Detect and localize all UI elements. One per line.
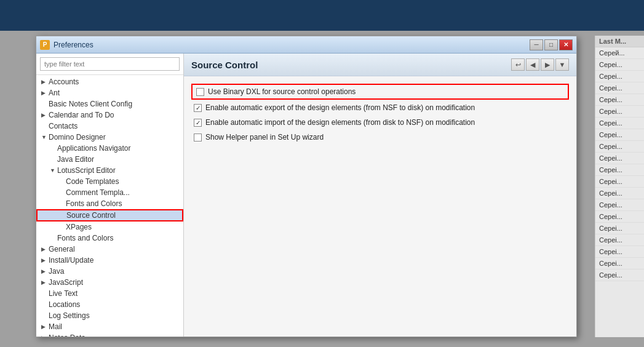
right-panel: Source Control ↩◀▶▼ Use Binary DXL for s… (184, 54, 576, 337)
tree-item-basic-notes[interactable]: Basic Notes Client Config (36, 98, 183, 110)
close-button[interactable]: ✕ (559, 39, 573, 50)
toolbar-icon-0[interactable]: ↩ (511, 58, 525, 71)
toolbar-icon-1[interactable]: ◀ (526, 58, 539, 71)
tree-item-applications-navigator[interactable]: Applications Navigator (36, 143, 183, 154)
tree-item-xpages[interactable]: XPages (36, 221, 183, 233)
minimize-button[interactable]: ─ (530, 39, 543, 50)
tree-item-label: Accounts (49, 78, 79, 86)
checkbox-show-helper[interactable] (194, 134, 202, 142)
title-controls: ─ □ ✕ (530, 39, 573, 50)
side-list-item: Серei... (595, 106, 644, 118)
tree-item-contacts[interactable]: Contacts (36, 121, 183, 132)
title-bar-left: P Preferences (40, 40, 93, 50)
tree-item-mail[interactable]: ▶Mail (36, 321, 183, 332)
side-list-header: Last M... (595, 36, 644, 47)
tree-item-label: Mail (49, 322, 62, 331)
tree-item-ant[interactable]: ▶Ant (36, 87, 183, 98)
tree-triangle: ▶ (41, 268, 47, 274)
tree-item-lotusscript-editor[interactable]: ▼LotusScript Editor (36, 165, 183, 176)
title-bar: P Preferences ─ □ ✕ (36, 36, 576, 54)
toolbar-icon-2[interactable]: ▶ (541, 58, 554, 71)
option-label-use-binary-dxl: Use Binary DXL for source control operat… (208, 87, 356, 96)
dialog-icon: P (40, 40, 50, 50)
tree-item-javascript[interactable]: ▶JavaScript (36, 277, 183, 288)
checkbox-use-binary-dxl[interactable] (196, 88, 204, 96)
filter-input[interactable] (40, 57, 180, 71)
tree-item-fonts-and-colors-sub[interactable]: Fonts and Colors (36, 198, 183, 209)
tree-item-calendar[interactable]: ▶Calendar and To Do (36, 110, 183, 121)
side-list-item: Серei... (595, 82, 644, 94)
right-header: Source Control ↩◀▶▼ (184, 54, 576, 76)
tree-item-label: Notes Data... (49, 333, 92, 337)
tree-triangle: ▶ (41, 335, 47, 337)
tree-item-label: Code Templates (66, 177, 119, 186)
tree-triangle: ▶ (41, 257, 47, 263)
tree-item-source-control[interactable]: Source Control (36, 209, 183, 221)
right-panel-title: Source Control (191, 60, 258, 70)
right-content: Use Binary DXL for source control operat… (184, 76, 576, 337)
tree-item-label: Domino Designer (49, 133, 106, 142)
tree-item-label: Source Control (66, 211, 116, 220)
tree-item-label: General (49, 245, 75, 253)
side-list-item: Серei... (595, 141, 644, 153)
toolbar-icon-3[interactable]: ▼ (555, 58, 569, 71)
side-list-item: Серei... (595, 223, 644, 234)
option-row-enable-auto-import: Enable automatic import of the design el… (194, 118, 566, 127)
tree-item-label: Java Editor (57, 155, 94, 164)
side-list-item: Серei... (595, 59, 644, 71)
tree-triangle: ▼ (50, 167, 56, 174)
tree-triangle: ▼ (41, 134, 47, 140)
tree-item-comment-templates[interactable]: Comment Templa... (36, 187, 183, 198)
tree-item-live-text[interactable]: Live Text (36, 288, 183, 299)
side-list-item: Серei... (595, 153, 644, 164)
tree-item-locations[interactable]: Locations (36, 299, 183, 310)
tree-item-domino-designer[interactable]: ▼Domino Designer (36, 132, 183, 143)
tree-area: ▶Accounts▶AntBasic Notes Client Config▶C… (36, 75, 183, 337)
tree-item-label: XPages (66, 223, 92, 231)
dialog-body: ▶Accounts▶AntBasic Notes Client Config▶C… (36, 54, 576, 337)
tree-item-accounts[interactable]: ▶Accounts (36, 76, 183, 87)
side-list-item: Серei... (595, 71, 644, 82)
dialog-title: Preferences (54, 41, 93, 49)
tree-item-label: LotusScript Editor (57, 166, 116, 175)
option-row-enable-auto-export: Enable automatic export of the design el… (194, 103, 566, 112)
tree-item-label: Java (49, 267, 64, 276)
option-label-enable-auto-export: Enable automatic export of the design el… (205, 103, 475, 112)
tree-item-label: Ant (49, 89, 60, 97)
tree-item-install-update[interactable]: ▶Install/Update (36, 255, 183, 266)
tree-item-java[interactable]: ▶Java (36, 266, 183, 277)
side-list-item: Серei... (595, 199, 644, 211)
tree-item-general[interactable]: ▶General (36, 244, 183, 255)
tree-item-java-editor[interactable]: Java Editor (36, 154, 183, 165)
checkbox-enable-auto-export[interactable] (194, 104, 202, 112)
side-list-item: Серei... (595, 234, 644, 246)
option-label-enable-auto-import: Enable automatic import of the design el… (205, 118, 475, 127)
tree-item-label: Live Text (49, 289, 78, 298)
preferences-dialog: P Preferences ─ □ ✕ ▶Accounts▶AntBasic N… (36, 36, 577, 337)
tree-item-label: Contacts (49, 122, 78, 130)
tree-triangle: ▶ (41, 79, 47, 85)
tree-triangle: ▶ (41, 324, 47, 330)
tree-item-notes-data[interactable]: ▶Notes Data... (36, 332, 183, 337)
maximize-button[interactable]: □ (544, 39, 558, 50)
tree-triangle: ▶ (41, 112, 47, 118)
tree-item-log-settings[interactable]: Log Settings (36, 310, 183, 321)
taskbar-background (0, 0, 644, 31)
tree-item-label: Applications Navigator (57, 144, 130, 153)
option-row-use-binary-dxl: Use Binary DXL for source control operat… (194, 86, 566, 97)
side-list-item: Серei... (595, 164, 644, 176)
tree-item-label: Calendar and To Do (49, 111, 114, 119)
right-side-list: Last M...Серей...Серei...Серei...Серei..… (595, 36, 644, 337)
option-label-show-helper: Show Helper panel in Set Up wizard (205, 133, 324, 142)
side-list-item: Серei... (595, 211, 644, 223)
option-row-show-helper: Show Helper panel in Set Up wizard (194, 133, 566, 142)
side-list-item: Серei... (595, 246, 644, 258)
tree-item-code-templates[interactable]: Code Templates (36, 176, 183, 187)
checkbox-enable-auto-import[interactable] (194, 119, 202, 127)
side-list-item: Серей... (595, 47, 644, 59)
toolbar-icons: ↩◀▶▼ (511, 58, 569, 71)
tree-item-fonts-and-colors[interactable]: Fonts and Colors (36, 233, 183, 244)
tree-item-label: Comment Templa... (66, 188, 130, 197)
tree-item-label: JavaScript (49, 278, 83, 287)
filter-box (36, 54, 183, 75)
